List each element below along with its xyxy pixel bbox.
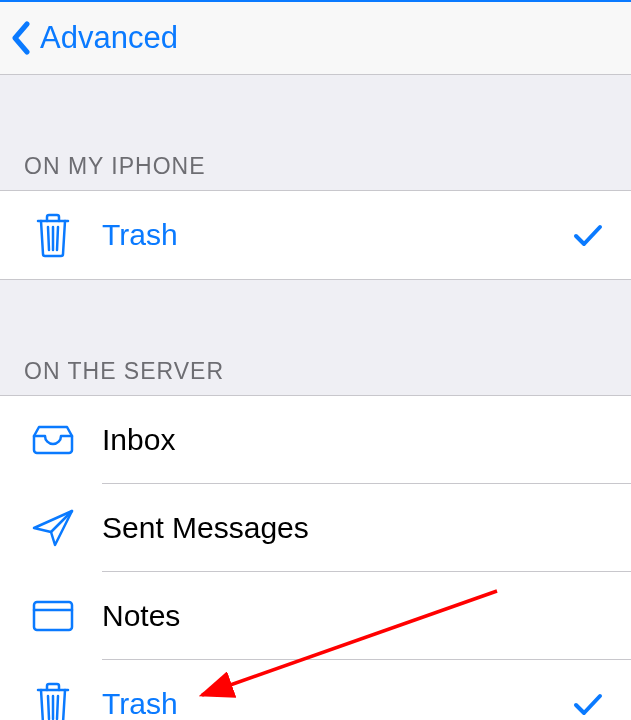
svg-line-2 — [57, 227, 58, 250]
svg-rect-4 — [34, 602, 72, 630]
folder-icon — [28, 598, 78, 634]
row-label: Sent Messages — [102, 511, 563, 545]
row-inbox[interactable]: Inbox — [0, 396, 631, 484]
list-on-the-server: Inbox Sent Messages Notes — [0, 395, 631, 720]
back-label[interactable]: Advanced — [40, 20, 178, 56]
row-label: Trash — [102, 687, 563, 720]
svg-line-3 — [51, 511, 72, 532]
trash-icon — [28, 212, 78, 258]
sent-icon — [28, 508, 78, 548]
chevron-left-icon — [12, 21, 30, 55]
svg-line-6 — [48, 696, 49, 719]
row-label: Trash — [102, 218, 563, 252]
row-trash-local[interactable]: Trash — [0, 191, 631, 279]
trash-icon — [28, 681, 78, 720]
group-spacer — [0, 280, 631, 358]
row-label: Inbox — [102, 423, 563, 457]
nav-bar: Advanced — [0, 2, 631, 75]
checkmark-icon — [563, 223, 603, 247]
group-spacer — [0, 75, 631, 153]
row-trash-server[interactable]: Trash — [0, 660, 631, 720]
list-on-my-iphone: Trash — [0, 190, 631, 280]
row-sent-messages[interactable]: Sent Messages — [0, 484, 631, 572]
row-label: Notes — [102, 599, 563, 633]
svg-line-0 — [48, 227, 49, 250]
inbox-icon — [28, 424, 78, 456]
back-button[interactable] — [8, 16, 34, 60]
section-header-on-the-server: ON THE SERVER — [0, 358, 631, 395]
row-notes[interactable]: Notes — [0, 572, 631, 660]
checkmark-icon — [563, 692, 603, 716]
svg-line-8 — [57, 696, 58, 719]
section-header-on-my-iphone: ON MY IPHONE — [0, 153, 631, 190]
